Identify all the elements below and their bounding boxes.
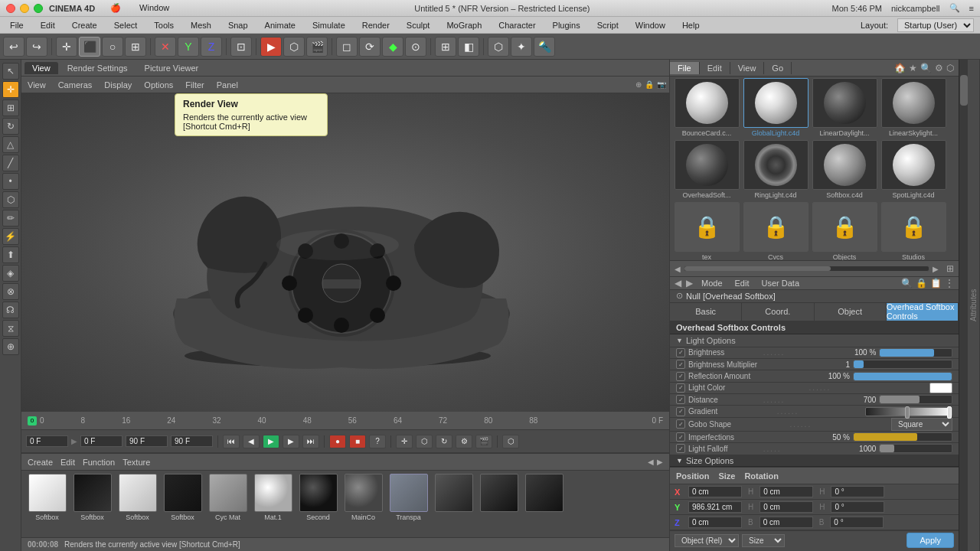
menu-window-app[interactable]: Window (632, 19, 669, 31)
mat-mainco[interactable]: MainCo (342, 474, 384, 521)
tool-bridge[interactable]: ⊗ (2, 283, 19, 300)
mat-scroll-left[interactable]: ◀ (648, 458, 654, 466)
light-color-checkbox[interactable]: ✓ (676, 383, 685, 393)
brightness-mult-slider[interactable] (853, 360, 952, 369)
z-pos-field[interactable] (688, 517, 742, 528)
tab-picture-viewer[interactable]: Picture Viewer (137, 62, 207, 74)
toolbar-grid[interactable]: ⊞ (435, 37, 456, 57)
vp-menu-display[interactable]: Display (101, 79, 135, 91)
props-tab-overhead[interactable]: Overhead Softbox Controls (887, 303, 959, 321)
btn-skip-end[interactable]: ⏭ (302, 435, 319, 448)
mat-scroll-right[interactable]: ▶ (657, 458, 663, 466)
props-mode-btn[interactable]: Mode (697, 278, 727, 289)
btn-move-tl[interactable]: ✛ (396, 435, 413, 448)
asset-cvcs[interactable]: 🔒 Cvcs (742, 202, 809, 261)
asset-softbox[interactable]: Softbox.c4d (811, 140, 878, 199)
mat-softbox-black2[interactable]: Softbox (162, 474, 204, 521)
toolbar-cube[interactable]: ⬡ (488, 37, 509, 57)
asset-ring-light[interactable]: RingLight.c4d (742, 140, 809, 199)
tool-poly[interactable]: △ (2, 136, 19, 153)
gobo-shape-select[interactable]: Square Round (891, 418, 952, 431)
asset-scrollbar[interactable] (684, 266, 929, 272)
menu-render[interactable]: Render (358, 19, 394, 31)
props-arrow-right[interactable]: ▶ (686, 278, 693, 289)
toolbar-camera[interactable]: 🔦 (534, 37, 555, 57)
toolbar-render-pv[interactable]: 🎬 (306, 37, 328, 57)
mat-menu-function[interactable]: Function (83, 458, 115, 467)
gradient-knob-right[interactable] (947, 406, 952, 419)
brightness-checkbox[interactable]: ✓ (676, 348, 685, 357)
asset-linear-daylight[interactable]: LinearDaylight... (811, 78, 878, 137)
props-tab-object[interactable]: Object (815, 303, 887, 321)
props-userdata-btn[interactable]: User Data (758, 278, 804, 289)
imperfections-slider[interactable] (853, 432, 952, 442)
reflection-checkbox[interactable]: ✓ (676, 372, 685, 381)
y-size-field[interactable] (760, 501, 813, 513)
btn-record-stop[interactable]: ■ (349, 435, 366, 448)
distance-value[interactable]: 700 (838, 396, 876, 404)
toolbar-rotate[interactable]: ○ (102, 37, 123, 57)
btn-next-frame[interactable]: ▶ (283, 435, 299, 448)
gradient-checkbox[interactable]: ✓ (676, 407, 685, 416)
mat-second[interactable]: Second (297, 474, 339, 521)
toolbar-redo[interactable]: ↪ (26, 37, 47, 57)
props-more-icon[interactable]: ⋮ (945, 278, 954, 289)
asset-grid-icon[interactable]: ⊞ (946, 263, 954, 274)
vp-menu-options[interactable]: Options (141, 79, 176, 91)
asset-nav-right[interactable]: ▶ (933, 265, 939, 273)
vp-menu-filter[interactable]: Filter (182, 79, 207, 91)
tool-select[interactable]: ↖ (2, 63, 19, 80)
tool-point[interactable]: • (2, 173, 19, 190)
toolbar-transform[interactable]: ⊡ (230, 37, 252, 57)
btn-skip-start[interactable]: ⏮ (223, 435, 240, 448)
z-size-field[interactable] (760, 517, 813, 528)
asset-expand-icon[interactable]: ⬡ (946, 63, 954, 73)
menu-plugins[interactable]: Plugins (549, 19, 584, 31)
btn-key-sel[interactable]: ⬡ (416, 435, 433, 448)
minimize-button[interactable] (20, 4, 29, 13)
asset-settings-icon[interactable]: ⚙ (935, 63, 943, 73)
asset-tab-file[interactable]: File (670, 62, 700, 74)
tab-view[interactable]: View (24, 62, 58, 74)
maximize-button[interactable] (34, 4, 43, 13)
right-scrollbar[interactable] (959, 60, 968, 551)
menu-file[interactable]: File (6, 19, 28, 31)
mat-dark2[interactable] (478, 474, 520, 514)
tool-extrude[interactable]: ⬆ (2, 246, 19, 263)
x-pos-field[interactable] (688, 486, 742, 497)
viewport-nav-icon[interactable]: ⊕ (635, 80, 642, 89)
props-search-icon[interactable]: 🔍 (901, 278, 913, 289)
vp-menu-panel[interactable]: Panel (214, 79, 241, 91)
search-icon[interactable]: 🔍 (949, 3, 960, 13)
menu-mograph[interactable]: MoGraph (443, 19, 485, 31)
gradient-knob-left[interactable] (905, 406, 910, 419)
menu-mesh[interactable]: Mesh (187, 19, 215, 31)
tool-pen[interactable]: ✏ (2, 210, 19, 227)
asset-tab-edit[interactable]: Edit (700, 62, 730, 74)
asset-studios[interactable]: 🔒 Studios (880, 202, 947, 261)
asset-home-icon[interactable]: 🏠 (894, 63, 906, 73)
props-edit-btn[interactable]: Edit (731, 278, 753, 289)
gradient-slider[interactable] (865, 407, 952, 416)
attributes-sidebar[interactable]: Attributes (968, 60, 980, 551)
falloff-value[interactable]: 1000 (838, 445, 876, 453)
toolbar-z[interactable]: Z (201, 37, 222, 57)
menu-animate[interactable]: Animate (261, 19, 299, 31)
reflection-value[interactable]: 100 % (812, 372, 850, 380)
menu-create[interactable]: Create (68, 19, 101, 31)
btn-keyframe[interactable]: ? (369, 435, 386, 448)
tool-scale[interactable]: ⊞ (2, 99, 19, 116)
light-color-swatch[interactable] (929, 383, 952, 393)
asset-star-icon[interactable]: ★ (909, 63, 917, 73)
asset-bounce-card[interactable]: BounceCard.c... (673, 78, 740, 137)
distance-slider[interactable] (879, 395, 952, 404)
mat-softbox-black[interactable]: Softbox (71, 474, 113, 521)
menu-sculpt[interactable]: Sculpt (403, 19, 434, 31)
size-options-arrow[interactable]: ▼ (676, 457, 683, 465)
menu-character[interactable]: Character (495, 19, 539, 31)
props-lock-icon[interactable]: 🔒 (916, 278, 927, 289)
brightness-mult-checkbox[interactable]: ✓ (676, 360, 685, 369)
toolbar-lights[interactable]: ✦ (511, 37, 532, 57)
btn-loop[interactable]: ↻ (436, 435, 452, 448)
layout-select[interactable]: Startup (User) (897, 18, 974, 32)
